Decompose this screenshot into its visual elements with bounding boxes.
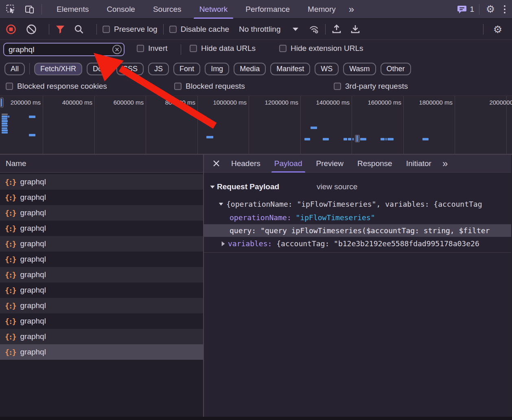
close-icon[interactable]	[208, 155, 224, 173]
chip-fetch-xhr[interactable]: Fetch/XHR	[34, 63, 82, 75]
payload-root-row[interactable]: {operationName: "ipFlowTimeseries", vari…	[204, 198, 511, 210]
request-row[interactable]: {:}graphql	[0, 221, 203, 236]
request-rows: {:}graphql {:}graphql {:}graphql {:}grap…	[0, 174, 203, 360]
hide-data-urls-checkbox[interactable]: Hide data URLs	[190, 44, 256, 53]
name-column-header[interactable]: Name	[0, 155, 203, 173]
tab-memory[interactable]: Memory	[299, 0, 345, 19]
tab-initiator[interactable]: Initiator	[399, 155, 438, 173]
device-toolbar-icon[interactable]	[24, 4, 35, 15]
request-row[interactable]: {:}graphql	[0, 267, 203, 282]
tab-performance[interactable]: Performance	[236, 0, 299, 19]
payload-variables-row[interactable]: variables: {accountTag: "b12e3b2192ee558…	[204, 237, 511, 250]
request-row[interactable]: {:}graphql	[0, 236, 203, 252]
braces-request-icon: {:}	[5, 224, 16, 233]
third-party-requests-checkbox[interactable]: 3rd-party requests	[334, 82, 408, 91]
toolbar-separator	[42, 4, 42, 15]
chip-all[interactable]: All	[4, 63, 25, 75]
overview-window-handle[interactable]	[0, 97, 4, 108]
chip-font[interactable]: Font	[173, 63, 200, 75]
chip-css[interactable]: CSS	[116, 63, 144, 75]
blocked-requests-checkbox[interactable]: Blocked requests	[174, 82, 245, 91]
braces-request-icon: {:}	[5, 209, 16, 217]
request-row[interactable]: {:}graphql	[0, 313, 203, 329]
toolbar-separator	[49, 24, 49, 35]
chat-bubble-icon[interactable]	[457, 4, 467, 15]
request-list-panel: Name {:}graphql {:}graphql {:}graphql {:…	[0, 155, 204, 417]
toolbar-separator	[96, 24, 97, 35]
network-settings-gear-icon[interactable]: ⚙	[492, 24, 503, 35]
tab-network[interactable]: Network	[190, 0, 237, 19]
tab-payload[interactable]: Payload	[267, 155, 309, 173]
payload-operation-name-row[interactable]: operationName: "ipFlowTimeseries"	[204, 211, 511, 224]
import-har-icon[interactable]	[331, 24, 342, 35]
request-row[interactable]: {:}graphql	[0, 329, 203, 344]
chip-js[interactable]: JS	[148, 63, 169, 75]
collapse-triangle-icon	[219, 203, 223, 206]
more-detail-tabs-icon[interactable]: »	[438, 159, 452, 168]
checkbox	[103, 26, 110, 33]
braces-request-icon: {:}	[5, 178, 16, 186]
request-payload-section-header[interactable]: Request Payload view source	[204, 180, 511, 194]
waterfall-bar	[422, 138, 429, 140]
export-har-icon[interactable]	[350, 24, 361, 35]
clear-icon[interactable]	[26, 24, 37, 35]
gear-icon[interactable]: ⚙	[485, 4, 496, 15]
inspect-icon[interactable]	[6, 4, 16, 15]
waterfall-bar	[2, 129, 8, 131]
window-bottom-edge	[0, 417, 512, 420]
request-row[interactable]: {:}graphql	[0, 205, 203, 221]
chip-media[interactable]: Media	[234, 63, 266, 75]
waterfall-bar	[2, 125, 8, 127]
view-source-link[interactable]: view source	[317, 182, 357, 191]
request-row-selected[interactable]: {:}graphql	[0, 344, 203, 360]
throttling-select[interactable]: No throttling	[239, 25, 298, 34]
tick-label: 1200000 ms	[254, 99, 298, 106]
request-row[interactable]: {:}graphql	[0, 298, 203, 313]
waterfall-bar	[304, 138, 310, 140]
record-icon[interactable]	[6, 24, 16, 35]
braces-request-icon: {:}	[5, 193, 16, 202]
invert-checkbox[interactable]: Invert	[137, 44, 168, 53]
clear-filter-icon[interactable]: ✕	[112, 45, 122, 54]
disable-cache-checkbox[interactable]: Disable cache	[169, 25, 229, 34]
preserve-log-checkbox[interactable]: Preserve log	[103, 25, 158, 34]
more-tabs-icon[interactable]: »	[345, 4, 358, 14]
network-overview-timeline[interactable]: 200000 ms 400000 ms 600000 ms 800000 ms …	[0, 96, 512, 155]
hide-extension-urls-checkbox[interactable]: Hide extension URLs	[279, 44, 363, 53]
chip-manifest[interactable]: Manifest	[270, 63, 310, 75]
toolbar-separator	[163, 24, 164, 35]
tab-headers[interactable]: Headers	[224, 155, 267, 173]
waterfall-bar	[206, 136, 213, 138]
filter-funnel-icon[interactable]	[55, 24, 66, 35]
waterfall-bar	[2, 120, 8, 122]
braces-request-icon: {:}	[5, 332, 16, 341]
blocked-response-cookies-checkbox[interactable]: Blocked response cookies	[6, 82, 107, 91]
network-conditions-icon[interactable]	[309, 24, 319, 35]
tab-response[interactable]: Response	[350, 155, 399, 173]
tab-console[interactable]: Console	[98, 0, 144, 19]
waterfall-bar	[344, 138, 347, 140]
chip-doc[interactable]: Doc	[87, 63, 112, 75]
chip-ws[interactable]: WS	[315, 63, 339, 75]
request-row[interactable]: {:}graphql	[0, 190, 203, 205]
devtools-main-tabbar: Elements Console Sources Network Perform…	[0, 0, 512, 19]
search-icon[interactable]	[74, 24, 84, 35]
waterfall-bar	[323, 138, 329, 140]
tab-elements[interactable]: Elements	[48, 0, 98, 19]
request-row[interactable]: {:}graphql	[0, 252, 203, 267]
chevron-down-icon	[293, 28, 298, 31]
filter-input[interactable]	[3, 43, 125, 56]
overview-selection-marker	[355, 135, 360, 142]
braces-request-icon: {:}	[5, 348, 16, 357]
request-row[interactable]: {:}graphql	[0, 282, 203, 298]
more-vertical-icon[interactable]	[501, 5, 508, 13]
waterfall-bar	[8, 116, 9, 118]
chip-other[interactable]: Other	[381, 63, 411, 75]
braces-request-icon: {:}	[5, 271, 16, 279]
chip-img[interactable]: Img	[205, 63, 229, 75]
tab-sources[interactable]: Sources	[144, 0, 190, 19]
payload-query-row[interactable]: query: "query ipFlowTimeseries($accountT…	[204, 224, 511, 237]
tab-preview[interactable]: Preview	[309, 155, 351, 173]
request-row[interactable]: {:}graphql	[0, 174, 203, 190]
chip-wasm[interactable]: Wasm	[343, 63, 376, 75]
